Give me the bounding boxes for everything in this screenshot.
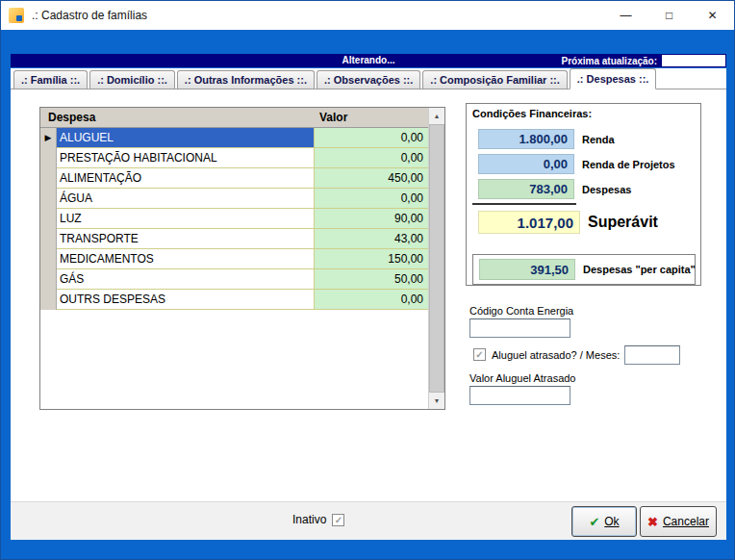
- valor-aluguel-label: Valor Aluguel Atrasado: [469, 372, 575, 384]
- table-row[interactable]: PRESTAÇÃO HABITACIONAL0,00: [40, 148, 428, 168]
- renda-value: 1.800,00: [478, 129, 574, 149]
- energia-input[interactable]: [469, 318, 570, 338]
- next-update-input[interactable]: [662, 55, 725, 66]
- tab-6[interactable]: .: Despesas ::.: [570, 68, 657, 89]
- ok-button-label: Ok: [604, 515, 619, 528]
- scrollbar-thumb[interactable]: [429, 124, 444, 393]
- superavit-value: 1.017,00: [478, 211, 580, 234]
- next-update-label: Próxima atualização:: [562, 56, 657, 66]
- table-row[interactable]: ÁGUA0,00: [40, 189, 428, 209]
- vertical-scrollbar[interactable]: ▲ ▼: [428, 108, 444, 409]
- despesas-row: 783,00 Despesas: [478, 179, 631, 199]
- renda-projetos-value: 0,00: [478, 154, 574, 174]
- superavit-row: 1.017,00 Superávit: [478, 211, 658, 234]
- aluguel-atrasado-label: Aluguel atrasado? / Meses:: [492, 349, 620, 361]
- window-controls: — □ ✕: [604, 1, 734, 30]
- per-capita-row: 391,50 Despesas "per capita": [479, 259, 696, 280]
- despesa-cell[interactable]: GÁS: [57, 269, 315, 290]
- table-row[interactable]: LUZ90,00: [40, 209, 428, 229]
- cancel-button[interactable]: ✖ Cancelar: [640, 506, 717, 537]
- totals-divider: [472, 203, 576, 205]
- table-row[interactable]: OUTRS DESPESAS0,00: [40, 290, 428, 310]
- per-capita-label: Despesas "per capita": [583, 264, 696, 275]
- tab-5[interactable]: .: Composição Familiar ::.: [422, 70, 567, 89]
- meses-input[interactable]: [624, 345, 680, 365]
- grid-body: ▶ALUGUEL0,00PRESTAÇÃO HABITACIONAL0,00AL…: [40, 128, 428, 409]
- despesas-label: Despesas: [582, 184, 631, 195]
- app-icon: [9, 8, 24, 23]
- tab-3[interactable]: .: Outras Informações ::.: [177, 70, 315, 89]
- status-bar: Alterando... Próxima atualização:: [11, 54, 726, 67]
- tab-2[interactable]: .: Domicílio ::.: [89, 70, 175, 89]
- table-row[interactable]: TRANSPORTE43,00: [40, 229, 428, 249]
- scroll-down-icon[interactable]: ▼: [429, 393, 444, 409]
- row-pointer-icon: [40, 148, 57, 168]
- energia-label: Código Conta Energia: [469, 305, 573, 317]
- inativo-label: Inativo: [292, 513, 326, 526]
- table-row[interactable]: ALIMENTAÇÃO450,00: [40, 168, 428, 189]
- row-pointer-icon: [40, 229, 57, 249]
- despesa-cell[interactable]: MEDICAMENTOS: [57, 249, 315, 269]
- check-icon: ✔: [589, 515, 599, 529]
- valor-cell[interactable]: 150,00: [315, 249, 428, 269]
- despesas-value: 783,00: [478, 179, 574, 199]
- cancel-button-label: Cancelar: [663, 515, 709, 528]
- next-update-group: Próxima atualização:: [562, 55, 725, 66]
- superavit-label: Superávit: [588, 214, 658, 231]
- valor-cell[interactable]: 0,00: [315, 128, 428, 148]
- financial-conditions-title: Condições Financeiras:: [472, 108, 592, 119]
- app-window: .: Cadastro de famílias — □ ✕ Alterando.…: [0, 0, 735, 560]
- row-pointer-icon: [40, 290, 57, 310]
- footer-bar: Inativo ✓ ✔ Ok ✖ Cancelar: [11, 501, 726, 540]
- aluguel-atrasado-checkbox[interactable]: ✓: [473, 348, 486, 361]
- maximize-button[interactable]: □: [647, 1, 691, 30]
- row-pointer-icon: [40, 269, 57, 290]
- expenses-grid: Despesa Valor ▶ALUGUEL0,00PRESTAÇÃO HABI…: [39, 107, 445, 410]
- row-pointer-icon: [40, 189, 57, 209]
- inativo-checkbox[interactable]: ✓: [332, 514, 344, 526]
- despesa-cell[interactable]: TRANSPORTE: [57, 229, 315, 249]
- despesa-cell[interactable]: OUTRS DESPESAS: [57, 290, 315, 310]
- table-row[interactable]: GÁS50,00: [40, 269, 428, 290]
- row-pointer-icon: ▶: [40, 128, 57, 148]
- window-title: .: Cadastro de famílias: [32, 9, 147, 22]
- despesa-cell[interactable]: LUZ: [57, 209, 315, 229]
- column-header-despesa: Despesa: [40, 108, 315, 127]
- main-panel: .: Família ::..: Domicílio ::..: Outras …: [11, 68, 726, 540]
- valor-aluguel-input[interactable]: [469, 386, 570, 405]
- per-capita-panel: 391,50 Despesas "per capita": [472, 254, 696, 285]
- valor-cell[interactable]: 0,00: [315, 290, 428, 310]
- scroll-up-icon[interactable]: ▲: [429, 108, 444, 124]
- valor-cell[interactable]: 43,00: [315, 229, 428, 249]
- grid-header: Despesa Valor: [40, 108, 428, 128]
- table-row[interactable]: MEDICAMENTOS150,00: [40, 249, 428, 269]
- valor-cell[interactable]: 50,00: [315, 269, 428, 290]
- valor-cell[interactable]: 90,00: [315, 209, 428, 229]
- despesa-cell[interactable]: PRESTAÇÃO HABITACIONAL: [57, 148, 315, 168]
- tab-1[interactable]: .: Família ::.: [13, 70, 88, 89]
- despesa-cell[interactable]: ALIMENTAÇÃO: [57, 168, 315, 189]
- renda-label: Renda: [582, 134, 615, 145]
- table-row[interactable]: ▶ALUGUEL0,00: [40, 128, 428, 148]
- column-header-valor: Valor: [315, 108, 428, 127]
- valor-cell[interactable]: 0,00: [315, 189, 428, 209]
- renda-projetos-label: Renda de Projetos: [582, 159, 675, 170]
- title-bar: .: Cadastro de famílias — □ ✕: [1, 1, 734, 30]
- valor-cell[interactable]: 450,00: [315, 168, 428, 189]
- row-pointer-icon: [40, 168, 57, 189]
- inativo-group: Inativo ✓: [292, 513, 344, 526]
- close-button[interactable]: ✕: [691, 1, 734, 30]
- row-pointer-icon: [40, 249, 57, 269]
- per-capita-value: 391,50: [479, 259, 575, 280]
- financial-conditions-panel: Condições Financeiras: 1.800,00 Renda 0,…: [466, 103, 701, 286]
- renda-row: 1.800,00 Renda: [478, 129, 615, 149]
- row-pointer-icon: [40, 209, 57, 229]
- valor-cell[interactable]: 0,00: [315, 148, 428, 168]
- renda-projetos-row: 0,00 Renda de Projetos: [478, 154, 675, 174]
- despesa-cell[interactable]: ÁGUA: [57, 189, 315, 209]
- ok-button[interactable]: ✔ Ok: [571, 506, 637, 537]
- tab-4[interactable]: .: Observações ::.: [317, 70, 420, 89]
- despesa-cell[interactable]: ALUGUEL: [57, 128, 315, 148]
- tab-bar: .: Família ::..: Domicílio ::..: Outras …: [11, 68, 726, 89]
- minimize-button[interactable]: —: [604, 1, 647, 30]
